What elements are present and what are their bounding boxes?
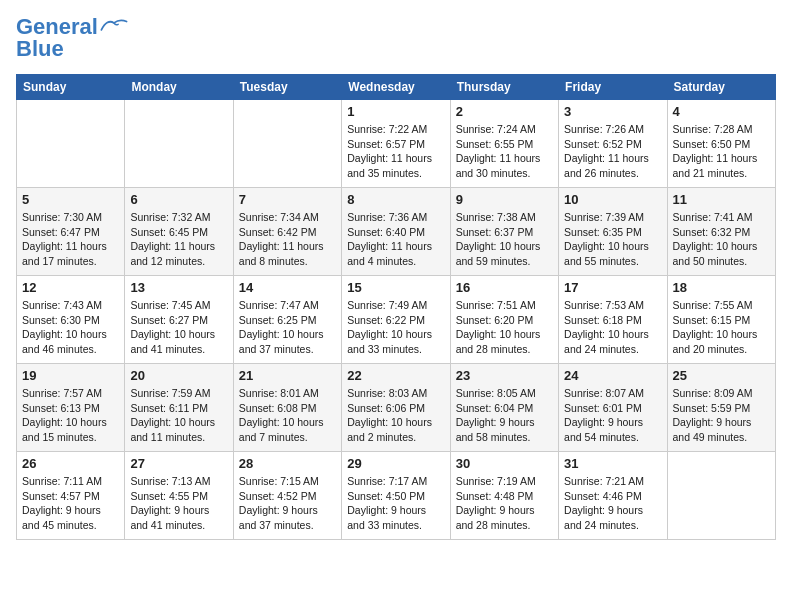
day-info: Sunrise: 7:57 AM Sunset: 6:13 PM Dayligh…	[22, 386, 119, 445]
day-info: Sunrise: 7:38 AM Sunset: 6:37 PM Dayligh…	[456, 210, 553, 269]
day-info: Sunrise: 8:09 AM Sunset: 5:59 PM Dayligh…	[673, 386, 770, 445]
day-number: 30	[456, 456, 553, 471]
day-cell: 11Sunrise: 7:41 AM Sunset: 6:32 PM Dayli…	[667, 188, 775, 276]
day-info: Sunrise: 7:22 AM Sunset: 6:57 PM Dayligh…	[347, 122, 444, 181]
day-cell	[233, 100, 341, 188]
day-info: Sunrise: 7:28 AM Sunset: 6:50 PM Dayligh…	[673, 122, 770, 181]
day-cell	[667, 452, 775, 540]
day-number: 10	[564, 192, 661, 207]
day-cell: 1Sunrise: 7:22 AM Sunset: 6:57 PM Daylig…	[342, 100, 450, 188]
day-cell: 30Sunrise: 7:19 AM Sunset: 4:48 PM Dayli…	[450, 452, 558, 540]
day-cell: 9Sunrise: 7:38 AM Sunset: 6:37 PM Daylig…	[450, 188, 558, 276]
day-number: 29	[347, 456, 444, 471]
day-cell: 12Sunrise: 7:43 AM Sunset: 6:30 PM Dayli…	[17, 276, 125, 364]
day-number: 26	[22, 456, 119, 471]
day-number: 16	[456, 280, 553, 295]
day-cell: 21Sunrise: 8:01 AM Sunset: 6:08 PM Dayli…	[233, 364, 341, 452]
day-cell	[17, 100, 125, 188]
calendar-header-row: SundayMondayTuesdayWednesdayThursdayFrid…	[17, 75, 776, 100]
day-info: Sunrise: 7:34 AM Sunset: 6:42 PM Dayligh…	[239, 210, 336, 269]
day-number: 27	[130, 456, 227, 471]
day-cell: 8Sunrise: 7:36 AM Sunset: 6:40 PM Daylig…	[342, 188, 450, 276]
day-number: 11	[673, 192, 770, 207]
day-header-wednesday: Wednesday	[342, 75, 450, 100]
day-info: Sunrise: 8:03 AM Sunset: 6:06 PM Dayligh…	[347, 386, 444, 445]
day-header-monday: Monday	[125, 75, 233, 100]
day-cell: 4Sunrise: 7:28 AM Sunset: 6:50 PM Daylig…	[667, 100, 775, 188]
day-cell: 16Sunrise: 7:51 AM Sunset: 6:20 PM Dayli…	[450, 276, 558, 364]
day-info: Sunrise: 7:17 AM Sunset: 4:50 PM Dayligh…	[347, 474, 444, 533]
day-header-friday: Friday	[559, 75, 667, 100]
day-info: Sunrise: 7:45 AM Sunset: 6:27 PM Dayligh…	[130, 298, 227, 357]
day-info: Sunrise: 7:36 AM Sunset: 6:40 PM Dayligh…	[347, 210, 444, 269]
week-row-5: 26Sunrise: 7:11 AM Sunset: 4:57 PM Dayli…	[17, 452, 776, 540]
day-info: Sunrise: 7:21 AM Sunset: 4:46 PM Dayligh…	[564, 474, 661, 533]
calendar-table: SundayMondayTuesdayWednesdayThursdayFrid…	[16, 74, 776, 540]
day-info: Sunrise: 8:01 AM Sunset: 6:08 PM Dayligh…	[239, 386, 336, 445]
day-info: Sunrise: 7:13 AM Sunset: 4:55 PM Dayligh…	[130, 474, 227, 533]
logo-text: General	[16, 16, 98, 38]
day-number: 6	[130, 192, 227, 207]
day-info: Sunrise: 7:47 AM Sunset: 6:25 PM Dayligh…	[239, 298, 336, 357]
day-cell: 19Sunrise: 7:57 AM Sunset: 6:13 PM Dayli…	[17, 364, 125, 452]
week-row-1: 1Sunrise: 7:22 AM Sunset: 6:57 PM Daylig…	[17, 100, 776, 188]
day-number: 3	[564, 104, 661, 119]
day-cell: 13Sunrise: 7:45 AM Sunset: 6:27 PM Dayli…	[125, 276, 233, 364]
day-number: 15	[347, 280, 444, 295]
day-number: 12	[22, 280, 119, 295]
day-cell: 14Sunrise: 7:47 AM Sunset: 6:25 PM Dayli…	[233, 276, 341, 364]
day-number: 28	[239, 456, 336, 471]
day-number: 18	[673, 280, 770, 295]
day-number: 4	[673, 104, 770, 119]
day-cell: 2Sunrise: 7:24 AM Sunset: 6:55 PM Daylig…	[450, 100, 558, 188]
day-number: 1	[347, 104, 444, 119]
day-cell: 20Sunrise: 7:59 AM Sunset: 6:11 PM Dayli…	[125, 364, 233, 452]
day-info: Sunrise: 7:24 AM Sunset: 6:55 PM Dayligh…	[456, 122, 553, 181]
day-number: 9	[456, 192, 553, 207]
day-cell: 22Sunrise: 8:03 AM Sunset: 6:06 PM Dayli…	[342, 364, 450, 452]
day-cell: 15Sunrise: 7:49 AM Sunset: 6:22 PM Dayli…	[342, 276, 450, 364]
day-number: 7	[239, 192, 336, 207]
week-row-3: 12Sunrise: 7:43 AM Sunset: 6:30 PM Dayli…	[17, 276, 776, 364]
day-info: Sunrise: 7:41 AM Sunset: 6:32 PM Dayligh…	[673, 210, 770, 269]
day-number: 13	[130, 280, 227, 295]
day-info: Sunrise: 7:30 AM Sunset: 6:47 PM Dayligh…	[22, 210, 119, 269]
day-info: Sunrise: 7:19 AM Sunset: 4:48 PM Dayligh…	[456, 474, 553, 533]
day-cell: 6Sunrise: 7:32 AM Sunset: 6:45 PM Daylig…	[125, 188, 233, 276]
day-number: 24	[564, 368, 661, 383]
day-info: Sunrise: 7:51 AM Sunset: 6:20 PM Dayligh…	[456, 298, 553, 357]
logo: General Blue	[16, 16, 128, 62]
day-cell: 7Sunrise: 7:34 AM Sunset: 6:42 PM Daylig…	[233, 188, 341, 276]
day-header-sunday: Sunday	[17, 75, 125, 100]
day-number: 17	[564, 280, 661, 295]
day-header-saturday: Saturday	[667, 75, 775, 100]
day-cell: 10Sunrise: 7:39 AM Sunset: 6:35 PM Dayli…	[559, 188, 667, 276]
day-info: Sunrise: 7:15 AM Sunset: 4:52 PM Dayligh…	[239, 474, 336, 533]
day-cell: 3Sunrise: 7:26 AM Sunset: 6:52 PM Daylig…	[559, 100, 667, 188]
day-number: 21	[239, 368, 336, 383]
day-cell: 5Sunrise: 7:30 AM Sunset: 6:47 PM Daylig…	[17, 188, 125, 276]
day-cell: 18Sunrise: 7:55 AM Sunset: 6:15 PM Dayli…	[667, 276, 775, 364]
day-cell: 23Sunrise: 8:05 AM Sunset: 6:04 PM Dayli…	[450, 364, 558, 452]
day-info: Sunrise: 7:59 AM Sunset: 6:11 PM Dayligh…	[130, 386, 227, 445]
day-number: 23	[456, 368, 553, 383]
day-info: Sunrise: 8:05 AM Sunset: 6:04 PM Dayligh…	[456, 386, 553, 445]
day-number: 2	[456, 104, 553, 119]
day-number: 31	[564, 456, 661, 471]
day-number: 19	[22, 368, 119, 383]
week-row-2: 5Sunrise: 7:30 AM Sunset: 6:47 PM Daylig…	[17, 188, 776, 276]
day-cell: 25Sunrise: 8:09 AM Sunset: 5:59 PM Dayli…	[667, 364, 775, 452]
day-info: Sunrise: 7:39 AM Sunset: 6:35 PM Dayligh…	[564, 210, 661, 269]
day-number: 5	[22, 192, 119, 207]
day-info: Sunrise: 7:43 AM Sunset: 6:30 PM Dayligh…	[22, 298, 119, 357]
day-cell: 17Sunrise: 7:53 AM Sunset: 6:18 PM Dayli…	[559, 276, 667, 364]
day-number: 14	[239, 280, 336, 295]
day-info: Sunrise: 7:53 AM Sunset: 6:18 PM Dayligh…	[564, 298, 661, 357]
day-info: Sunrise: 7:49 AM Sunset: 6:22 PM Dayligh…	[347, 298, 444, 357]
day-number: 20	[130, 368, 227, 383]
day-header-tuesday: Tuesday	[233, 75, 341, 100]
day-header-thursday: Thursday	[450, 75, 558, 100]
day-info: Sunrise: 7:26 AM Sunset: 6:52 PM Dayligh…	[564, 122, 661, 181]
day-cell: 29Sunrise: 7:17 AM Sunset: 4:50 PM Dayli…	[342, 452, 450, 540]
day-cell: 28Sunrise: 7:15 AM Sunset: 4:52 PM Dayli…	[233, 452, 341, 540]
